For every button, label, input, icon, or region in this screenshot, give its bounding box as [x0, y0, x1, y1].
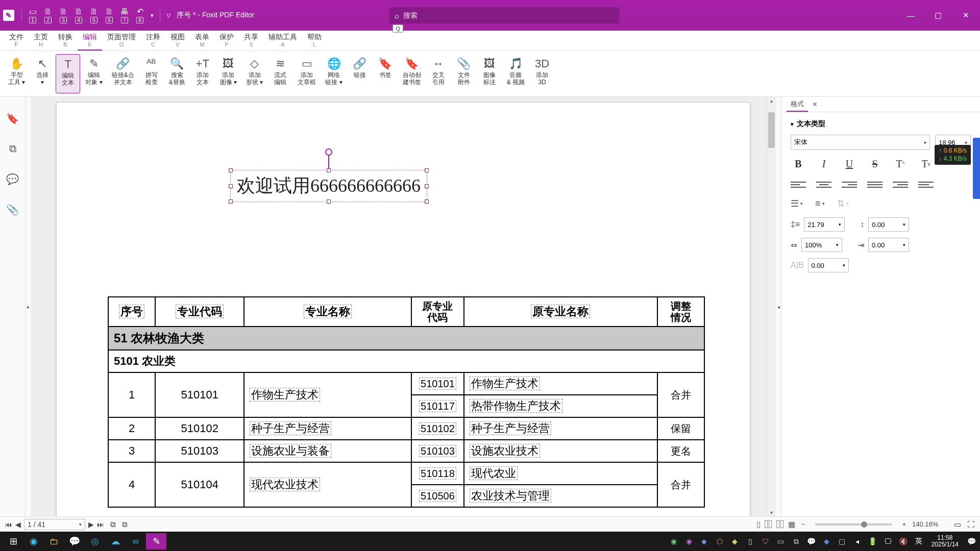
search-box[interactable]: ⌕: [389, 7, 619, 23]
start-button[interactable]: ⊞: [3, 533, 23, 549]
menu-tab-H[interactable]: 主页H: [29, 31, 53, 51]
ribbon-btn-6[interactable]: 🔍搜索&替换: [165, 54, 189, 93]
line-spacing-button[interactable]: ⇅ ▾: [837, 198, 849, 209]
quick-access-4[interactable]: 🗎4: [71, 5, 86, 26]
paste-button[interactable]: ⧉: [122, 520, 128, 529]
clock[interactable]: 11:58 2025/1/14: [928, 535, 962, 548]
italic-button[interactable]: I: [816, 156, 831, 171]
char-spacing-input[interactable]: 0.00▾: [868, 217, 909, 232]
rotate-handle[interactable]: [325, 148, 332, 156]
menu-tab-S[interactable]: 共享S: [239, 31, 263, 51]
right-expand-handle[interactable]: ◂: [776, 97, 781, 516]
tray-icon[interactable]: ◉: [683, 537, 695, 545]
indent-increase-button[interactable]: [918, 179, 934, 191]
resize-handle-tc[interactable]: [327, 168, 331, 172]
strikethrough-button[interactable]: S: [867, 156, 883, 171]
read-mode-button[interactable]: ▭: [954, 520, 961, 529]
qat-expand-icon[interactable]: ▽: [166, 12, 170, 19]
superscript-button[interactable]: T^: [893, 156, 908, 171]
tray-icon[interactable]: ⧉: [791, 537, 802, 546]
edge-icon[interactable]: ◉: [23, 533, 44, 549]
resize-handle-tl[interactable]: [229, 168, 233, 172]
selection-box[interactable]: 欢迎试用666666666666: [230, 170, 427, 202]
close-button[interactable]: ✕: [954, 7, 977, 23]
baseline-input[interactable]: 0.00▾: [808, 258, 849, 272]
menu-tab-M[interactable]: 表单M: [190, 31, 214, 51]
app2-icon[interactable]: ☁: [105, 533, 126, 549]
tray-icon[interactable]: ◆: [729, 537, 741, 545]
quick-access-6[interactable]: 🗎6: [102, 5, 117, 26]
view-facing-button[interactable]: ⿲: [776, 520, 784, 529]
tray-icon[interactable]: 💬: [806, 537, 817, 545]
panel-close-icon[interactable]: ✕: [812, 101, 818, 108]
explorer-icon[interactable]: 🗀: [44, 533, 64, 549]
notifications-icon[interactable]: 💬: [966, 537, 977, 545]
zoom-in-button[interactable]: +: [902, 520, 906, 528]
menu-tab-B[interactable]: 转换B: [53, 31, 78, 51]
align-center-button[interactable]: [816, 179, 831, 191]
format-tab[interactable]: 格式: [787, 97, 808, 112]
ribbon-btn-10[interactable]: ≋流式编辑: [268, 54, 292, 93]
scroll-down-icon[interactable]: ▾: [767, 510, 776, 515]
tray-icon[interactable]: ◆: [821, 537, 832, 545]
ribbon-btn-9[interactable]: ◇添加形状 ▾: [242, 54, 267, 93]
quick-access-3[interactable]: 🗎3: [56, 5, 71, 26]
ribbon-btn-3[interactable]: ✎编辑对象 ▾: [81, 54, 106, 93]
menu-tab-O[interactable]: 页面管理O: [102, 31, 141, 51]
menu-tab-F[interactable]: 文件F: [4, 31, 29, 51]
menu-tab-A[interactable]: 辅助工具A: [263, 31, 302, 51]
ribbon-btn-16[interactable]: ↔交叉引用: [426, 54, 451, 93]
app3-icon[interactable]: ∞: [126, 533, 146, 549]
menu-tab-L[interactable]: 帮助L: [302, 31, 327, 51]
wechat-icon[interactable]: 💬: [64, 533, 85, 549]
zoom-knob[interactable]: [861, 521, 867, 528]
attachments-icon[interactable]: 📎: [6, 204, 19, 216]
tray-icon[interactable]: ⬡: [714, 537, 725, 545]
fullscreen-button[interactable]: ⛶: [967, 520, 975, 529]
align-left-button[interactable]: [791, 179, 806, 191]
first-page-button[interactable]: ⏮: [5, 520, 12, 529]
numbered-list-button[interactable]: ≡ ▾: [815, 198, 825, 209]
bold-button[interactable]: B: [791, 156, 806, 171]
quick-access-7[interactable]: 🖶7: [117, 5, 132, 26]
volume-icon[interactable]: 🔇: [898, 537, 909, 545]
zoom-value[interactable]: 140.16%: [912, 520, 948, 528]
quick-access-2[interactable]: 🗎2: [40, 5, 56, 26]
scroll-up-icon[interactable]: ▴: [767, 98, 776, 104]
align-right-button[interactable]: [842, 179, 857, 191]
subscript-button[interactable]: Tv: [918, 156, 934, 171]
font-name-select[interactable]: 宋体▾: [791, 135, 930, 150]
scale-input[interactable]: 100%▾: [801, 238, 842, 252]
indent-decrease-button[interactable]: [893, 179, 908, 191]
view-single-button[interactable]: ▯: [756, 520, 761, 529]
ribbon-btn-19[interactable]: 🎵音频& 视频: [503, 54, 529, 93]
view-continuous-button[interactable]: ⿲: [765, 520, 772, 529]
prev-page-button[interactable]: ◀: [15, 520, 21, 529]
resize-handle-bc[interactable]: [327, 199, 331, 204]
left-expand-handle[interactable]: ▸: [26, 97, 31, 516]
resize-handle-br[interactable]: [425, 199, 429, 204]
text-type-section[interactable]: 文本类型: [791, 119, 971, 129]
ribbon-btn-20[interactable]: 3D添加3D: [530, 54, 554, 93]
resize-handle-tr[interactable]: [425, 168, 429, 172]
tray-icon[interactable]: 🛡: [760, 537, 771, 545]
battery-icon[interactable]: 🔋: [867, 537, 878, 545]
quick-access-8[interactable]: ↶8: [132, 5, 148, 26]
tray-expand-icon[interactable]: ◂: [852, 537, 863, 545]
resize-handle-mr[interactable]: [425, 184, 429, 188]
document-view[interactable]: 欢迎试用666666666666 序号专业代码专业名称原专业代码原专业名称调整情…: [31, 97, 776, 516]
foxit-taskbar-icon[interactable]: ✎: [146, 533, 166, 549]
quick-access-5[interactable]: 🗎5: [86, 5, 102, 26]
ribbon-btn-4[interactable]: 🔗链接&合并文本: [108, 54, 138, 93]
tray-icon[interactable]: ▭: [775, 537, 787, 545]
vertical-scrollbar[interactable]: ▴ ▾: [767, 97, 776, 516]
ribbon-btn-18[interactable]: 🖼图像标注: [477, 54, 502, 93]
ribbon-btn-5[interactable]: ᴬᴮ拼写检查: [139, 54, 164, 93]
quick-access-1[interactable]: ▭1: [25, 5, 40, 26]
scrollbar-thumb[interactable]: [768, 112, 775, 148]
ribbon-btn-14[interactable]: 🔖书签: [373, 54, 398, 93]
line-spacing-input[interactable]: 21.79▾: [804, 217, 845, 232]
pages-icon[interactable]: ⧉: [9, 143, 16, 155]
editable-text[interactable]: 欢迎试用666666666666: [237, 176, 421, 196]
view-grid-button[interactable]: ▦: [788, 520, 795, 529]
